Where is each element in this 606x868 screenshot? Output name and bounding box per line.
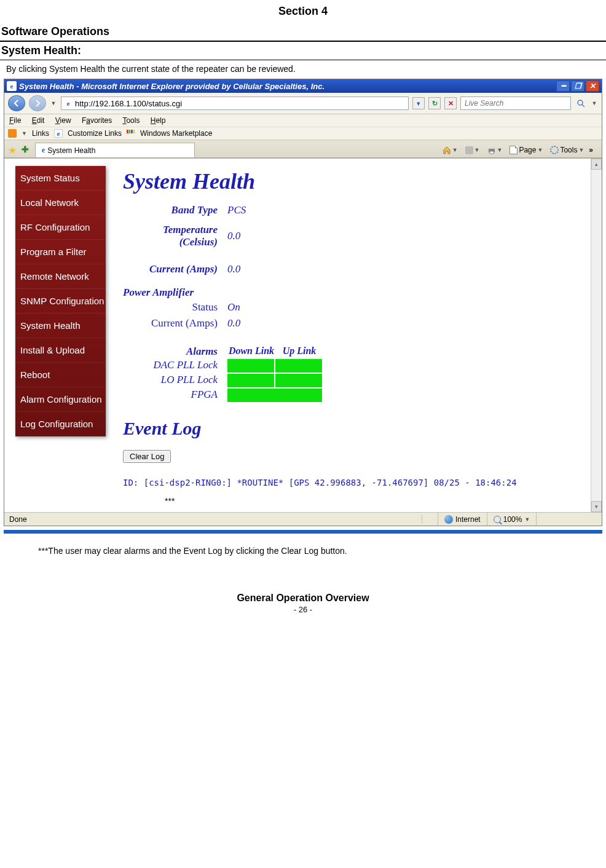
sidebar-item-system-health[interactable]: System Health [15, 314, 106, 338]
tools-menu-button[interactable]: Tools ▼ [548, 144, 586, 156]
globe-icon [444, 515, 453, 524]
alarms-label: Alarms [123, 345, 227, 358]
pa-status-label: Status [123, 301, 227, 314]
svg-point-0 [578, 100, 583, 105]
customize-links-link[interactable]: Customize Links [68, 129, 122, 138]
event-log-entry: ID: [csi-dsp2-RING0:] *ROUTINE* [GPS 42.… [123, 478, 584, 487]
scroll-up-arrow-icon[interactable]: ▴ [591, 159, 602, 170]
svg-line-1 [582, 105, 584, 107]
search-button[interactable] [575, 97, 587, 109]
feeds-button[interactable]: ▼ [463, 145, 482, 156]
gear-icon [550, 146, 559, 154]
page-menu-button[interactable]: Page ▼ [507, 144, 545, 156]
footnote-marker: *** [165, 496, 584, 506]
minimize-button[interactable]: ━ [556, 81, 570, 92]
sidebar-item-log-configuration[interactable]: Log Configuration [15, 412, 106, 436]
scroll-down-arrow-icon[interactable]: ▾ [591, 501, 602, 512]
vertical-scrollbar[interactable]: ▴ ▾ [591, 159, 602, 512]
page-content: System Status Local Network RF Configura… [4, 159, 602, 512]
page-favicon-icon: e [64, 99, 73, 108]
windows-flag-icon [127, 129, 135, 138]
svg-rect-3 [490, 147, 494, 149]
add-favorite-icon[interactable]: ✚ [22, 144, 33, 156]
expand-toolbar-button[interactable]: » [589, 146, 593, 154]
software-operations-header: Software Operations [0, 23, 606, 42]
command-bar: ▼ ▼ ▼ Page ▼ Tools ▼ » [440, 144, 598, 156]
alarm-status-cell [275, 374, 322, 387]
menu-file[interactable]: File [9, 116, 21, 125]
nav-history-dropdown[interactable]: ▼ [50, 100, 57, 107]
favorites-star-icon[interactable]: ★ [8, 144, 19, 156]
search-input[interactable] [460, 97, 571, 110]
pa-status-value: On [227, 301, 277, 314]
sidebar-item-system-status[interactable]: System Status [15, 166, 106, 191]
print-button[interactable]: ▼ [485, 145, 505, 156]
clear-log-button[interactable]: Clear Log [123, 450, 171, 463]
search-provider-dropdown[interactable]: ▼ [591, 100, 598, 107]
tab-label: System Health [47, 146, 95, 155]
page-icon [510, 146, 517, 154]
stop-button[interactable]: ✕ [444, 97, 457, 109]
go-refresh-button[interactable]: ↻ [428, 97, 441, 109]
menu-bar: File Edit View Favorites Tools Help [4, 114, 602, 127]
sidebar-item-remote-network[interactable]: Remote Network [15, 264, 106, 289]
menu-tools[interactable]: Tools [122, 116, 140, 125]
sidebar-item-snmp-configuration[interactable]: SNMP Configuration [15, 289, 106, 314]
svg-rect-4 [490, 151, 494, 154]
feed-icon[interactable] [8, 129, 17, 138]
rss-icon [465, 146, 473, 154]
temperature-label: Temperature(Celsius) [123, 224, 227, 248]
menu-favorites[interactable]: Favorites [82, 116, 112, 125]
alarm-row-lo-pll: LO PLL Lock [123, 374, 584, 387]
pa-current-value: 0.0 [227, 317, 277, 329]
sidebar-item-program-filter[interactable]: Program a Filter [15, 240, 106, 264]
search-icon [576, 99, 585, 108]
alarm-status-cell [227, 389, 322, 402]
alarm-status-cell [227, 374, 274, 387]
sidebar-menu: System Status Local Network RF Configura… [15, 166, 106, 436]
close-button[interactable]: ✕ [586, 81, 599, 92]
current-label: Current (Amps) [123, 263, 227, 275]
home-button[interactable]: ▼ [440, 145, 460, 156]
main-panel: System Health Band Type PCS Temperature(… [123, 166, 584, 510]
feed-dropdown[interactable]: ▼ [22, 130, 27, 136]
menu-help[interactable]: Help [151, 116, 166, 125]
links-label: Links [32, 129, 49, 138]
sidebar-item-install-upload[interactable]: Install & Upload [15, 338, 106, 363]
pa-current-label: Current (Amps) [123, 317, 227, 329]
ie-icon: e [7, 81, 17, 91]
windows-marketplace-link[interactable]: Windows Marketplace [140, 129, 212, 138]
maximize-button[interactable]: ❐ [571, 81, 584, 92]
sidebar-item-alarm-configuration[interactable]: Alarm Configuration [15, 387, 106, 412]
band-type-value: PCS [227, 204, 277, 216]
links-bar: ▼ Links e Customize Links Windows Market… [4, 127, 602, 140]
sidebar-item-rf-configuration[interactable]: RF Configuration [15, 215, 106, 240]
alarm-status-cell [227, 359, 274, 373]
window-title: System Health - Microsoft Internet Explo… [19, 82, 325, 91]
forward-button[interactable] [29, 95, 46, 111]
browser-window: e System Health - Microsoft Internet Exp… [4, 79, 602, 526]
status-text: Done [4, 515, 422, 524]
zoom-control[interactable]: 100% ▼ [487, 513, 537, 526]
url-input[interactable] [75, 99, 406, 108]
sidebar-item-local-network[interactable]: Local Network [15, 191, 106, 215]
browser-tab[interactable]: e System Health [35, 143, 195, 157]
internet-zone: Internet [438, 513, 487, 526]
footnote-text: ***The user may clear alarms and the Eve… [38, 546, 606, 556]
home-icon [443, 146, 451, 154]
menu-view[interactable]: View [55, 116, 71, 125]
band-type-label: Band Type [123, 204, 227, 216]
alarms-header-row: Alarms Down Link Up Link [123, 345, 584, 358]
section-header: Section 4 [0, 0, 606, 23]
intro-text: By clicking System Health the current st… [0, 60, 606, 77]
back-button[interactable] [8, 95, 25, 111]
menu-edit[interactable]: Edit [32, 116, 45, 125]
downlink-column-header: Down Link [227, 345, 275, 358]
ie-link-icon: e [54, 129, 63, 138]
alarm-row-fpga: FPGA [123, 389, 584, 402]
page-title: System Health [123, 166, 584, 204]
address-dropdown[interactable]: ▾ [412, 97, 425, 109]
tab-favicon-icon: e [42, 146, 45, 155]
uplink-column-header: Up Link [275, 345, 323, 358]
sidebar-item-reboot[interactable]: Reboot [15, 363, 106, 387]
